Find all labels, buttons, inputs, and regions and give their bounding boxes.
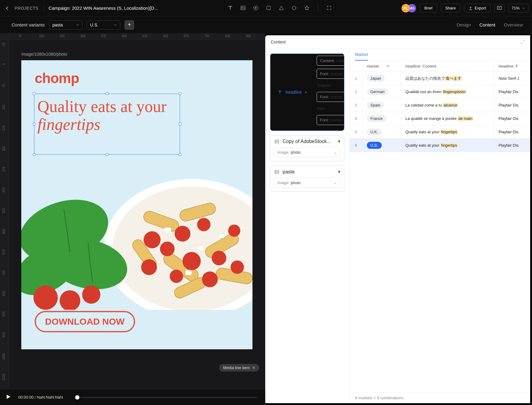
market-cell[interactable]: France [362, 112, 401, 125]
font-cell[interactable]: Playfair Dis [494, 85, 530, 99]
collaborator-avatars[interactable]: PL MG [402, 4, 416, 12]
content-cell[interactable]: La qualité se mange à portée de main [401, 112, 494, 125]
market-select[interactable]: U.S. [87, 20, 120, 30]
content-variants-label: Content variants [12, 22, 45, 27]
svg-point-22 [228, 225, 240, 237]
content-cell[interactable]: Qualität isst an ihren fingerspitzen [401, 85, 494, 99]
layer-adobestock[interactable]: Copy of AdobeStock... ▾ Image:photo⌄ [270, 135, 344, 161]
resize-handle[interactable] [179, 153, 181, 156]
filter-icon[interactable] [386, 65, 390, 68]
tab-design[interactable]: Design [457, 22, 471, 27]
market-cell[interactable]: Japan [362, 72, 401, 85]
resize-handle[interactable] [33, 93, 35, 95]
resize-handle[interactable] [33, 123, 35, 125]
avatar[interactable]: PL [402, 4, 410, 12]
layer-pasta[interactable]: pasta ▾ Image:photo⌄ [270, 166, 344, 192]
svg-rect-27 [164, 228, 171, 233]
timeline-scrubber[interactable] [75, 397, 257, 398]
expand-icon[interactable] [520, 40, 525, 44]
artboard[interactable]: chomp Quality eats at your fingertips [21, 60, 252, 349]
canvas-area: 75150225300375450525600675750825900 -750… [0, 33, 265, 405]
content-cell[interactable]: Quality eats at your fingertips [401, 125, 494, 139]
chevron-down-icon [522, 7, 525, 9]
content-cell[interactable]: Quality eats at your fingertips [401, 139, 494, 152]
back-button[interactable] [4, 5, 11, 12]
image-tool-icon[interactable] [240, 5, 246, 11]
col-font[interactable]: headline: F [494, 61, 530, 72]
table-row[interactable]: 2GermanQualität isst an ihren fingerspit… [349, 85, 530, 99]
italic-font-select[interactable]: Font:market⌄ [317, 115, 344, 125]
breadcrumb[interactable]: PROJECTS [15, 6, 39, 11]
font-select[interactable]: Font:market⌄ [317, 69, 344, 79]
headline-text[interactable]: Quality eats at your fingertips [37, 98, 177, 134]
market-cell[interactable]: Spain [362, 99, 401, 112]
share-button[interactable]: Share [441, 4, 461, 12]
svg-point-21 [212, 251, 226, 265]
col-content[interactable]: headline: Content [401, 61, 494, 72]
close-icon[interactable]: ✕ [252, 365, 256, 370]
chevron-left-icon [6, 6, 9, 10]
font-cell[interactable]: Playfair Dis [494, 125, 530, 139]
svg-point-25 [202, 271, 218, 287]
regular-font-select[interactable]: Font:market⌄ [317, 92, 344, 102]
headline-selection[interactable]: Quality eats at your fingertips [34, 94, 180, 155]
content-select[interactable]: Content:market⌄ [317, 56, 344, 66]
variant-select[interactable]: pasta [49, 20, 82, 30]
svg-point-20 [183, 252, 201, 270]
svg-point-18 [175, 226, 190, 242]
export-button[interactable]: Export [464, 4, 491, 12]
food-image[interactable] [21, 170, 252, 310]
table-row[interactable]: 4FranceLa qualité se mange à portée de m… [349, 112, 530, 125]
layer-headline[interactable]: headline ▾ Content:market⌄ Font:market⌄ … [270, 54, 344, 131]
fullscreen-icon[interactable] [326, 5, 332, 11]
text-tool-icon[interactable] [227, 5, 233, 11]
present-button[interactable] [494, 4, 505, 12]
layers-column: headline ▾ Content:market⌄ Font:market⌄ … [265, 49, 349, 403]
logo-text[interactable]: chomp [35, 70, 79, 86]
media-chip[interactable]: Media line item ✕ [219, 364, 259, 372]
content-cell[interactable]: 品質はあなたの指先で食べます [401, 72, 494, 85]
play-button[interactable] [5, 394, 12, 401]
zoom-select[interactable]: 71% [508, 4, 528, 12]
star-tool-icon[interactable] [304, 5, 310, 11]
table-row[interactable]: 5U.K.Quality eats at your fingertipsPlay… [349, 125, 530, 139]
font-cell[interactable]: Noto Serif J [494, 72, 530, 85]
image-select[interactable]: Image:photo⌄ [274, 147, 340, 157]
circle-tool-icon[interactable] [291, 5, 297, 11]
tab-market[interactable]: Market [355, 52, 368, 61]
market-cell[interactable]: U.K. [362, 125, 401, 139]
brief-button[interactable]: Brief [420, 4, 437, 12]
rect-tool-icon[interactable] [266, 5, 272, 11]
market-cell[interactable]: German [362, 85, 401, 99]
resize-handle[interactable] [33, 153, 35, 156]
content-cell[interactable]: La calidad come a tu alcance [401, 99, 494, 112]
table-row[interactable]: 6U.S.Quality eats at your fingertipsPlay… [349, 139, 530, 152]
market-value: U.S. [90, 23, 98, 27]
resize-handle[interactable] [106, 153, 108, 156]
timeline: 00:00:00 / NaN:NaN:NaN [0, 389, 265, 405]
caret-down-icon[interactable]: ▾ [338, 138, 340, 144]
tab-content[interactable]: Content [479, 22, 495, 27]
caret-down-icon[interactable]: ▾ [338, 169, 340, 175]
resize-handle[interactable] [179, 123, 181, 125]
triangle-tool-icon[interactable] [278, 5, 284, 11]
resize-handle[interactable] [179, 93, 181, 95]
svg-point-38 [276, 141, 276, 141]
add-variant-button[interactable]: + [124, 20, 134, 30]
video-tool-icon[interactable] [253, 5, 259, 11]
resize-handle[interactable] [106, 93, 108, 95]
font-cell[interactable]: Playfair Dis [494, 139, 530, 152]
col-market[interactable]: market [362, 61, 401, 72]
canvas-viewport[interactable]: Image/1080x1080/photo chomp Quality eats… [9, 40, 265, 389]
market-cell[interactable]: U.S. [362, 139, 401, 152]
table-row[interactable]: 3SpainLa calidad come a tu alcancePlayfa… [349, 99, 530, 112]
font-cell[interactable]: Playfair Dis [494, 99, 530, 112]
scrubber-handle[interactable] [75, 395, 79, 400]
image-select[interactable]: Image:photo⌄ [274, 178, 340, 188]
caret-down-icon[interactable]: ▾ [305, 90, 307, 95]
cta-button[interactable]: DOWNLOAD NOW [35, 311, 135, 332]
tab-overview[interactable]: Overview [504, 22, 523, 27]
svg-point-40 [276, 171, 276, 172]
table-row[interactable]: 1Japan品質はあなたの指先で食べますNoto Serif J [349, 72, 530, 85]
font-cell[interactable]: Playfair Dis [494, 112, 530, 125]
